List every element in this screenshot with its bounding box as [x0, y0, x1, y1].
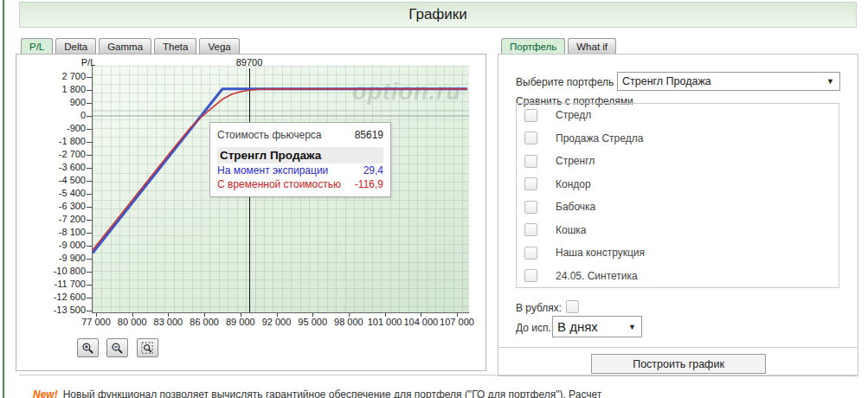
- chart-tabs: P/LDeltaGammaThetaVega: [21, 38, 242, 55]
- compare-row: Стредл: [517, 104, 839, 126]
- zoom-toolbar: [77, 338, 163, 357]
- chevron-down-icon: ▼: [628, 323, 636, 331]
- plot-area[interactable]: option.ru Стоимость фьючерса 85619 Стрен…: [92, 66, 469, 313]
- tooltip-timevalue-row: С временной стоимостью -116,9: [217, 177, 383, 191]
- until-select[interactable]: В днях ▼: [552, 316, 642, 337]
- rubles-label: В рублях:: [516, 302, 562, 314]
- tooltip-futures-label: Стоимость фьючерса: [217, 128, 322, 142]
- y-axis-tick: -8 100: [16, 227, 86, 237]
- x-tick-mark: [421, 313, 421, 317]
- portfolio-tab[interactable]: What if: [568, 38, 616, 54]
- y-axis-tick: -2 700: [16, 149, 86, 159]
- compare-portfolio-label: Стредл: [556, 109, 591, 121]
- chart-tab[interactable]: Delta: [55, 38, 96, 54]
- x-axis-tick: 107 000: [431, 317, 483, 327]
- y-axis-tick: 1 800: [16, 84, 86, 94]
- compare-checkbox[interactable]: [524, 223, 537, 236]
- compare-row: Наша конструкция: [517, 241, 839, 264]
- compare-row: 24.05. Синтетика: [517, 265, 839, 287]
- portfolio-select[interactable]: Стренгл Продажа ▼: [617, 72, 840, 91]
- tooltip-futures-value: 85619: [355, 128, 383, 142]
- build-chart-button[interactable]: Построить график: [591, 354, 766, 374]
- compare-portfolio-label: 24.05. Синтетика: [556, 270, 638, 282]
- until-label: До исп.:: [516, 322, 554, 334]
- zoom-in-icon: [81, 342, 94, 355]
- page-left-accent: [3, 0, 4, 398]
- y-axis-tick: -3 600: [16, 162, 86, 172]
- portfolio-select-value: Стренгл Продажа: [622, 75, 711, 87]
- zoom-selection-icon: [141, 342, 154, 355]
- compare-row: Кондор: [517, 173, 839, 196]
- chevron-down-icon: ▼: [826, 77, 834, 86]
- compare-listbox: СтредлПродажа СтредлаСтренглКондорБабочк…: [516, 103, 839, 288]
- chart-tab[interactable]: P/L: [21, 38, 53, 54]
- y-axis-tick: -9 000: [16, 240, 86, 250]
- compare-checkbox[interactable]: [524, 155, 537, 168]
- tooltip-expiration-label: На момент экспирации: [217, 164, 328, 177]
- page-title: Графики: [408, 6, 467, 22]
- compare-portfolio-label: Бабочка: [556, 201, 595, 213]
- compare-row: Бабочка: [517, 196, 839, 218]
- y-axis-tick: -1 800: [16, 136, 86, 146]
- x-tick-mark: [349, 313, 350, 317]
- x-tick-mark: [385, 313, 386, 317]
- compare-portfolio-label: Наша конструкция: [556, 247, 645, 259]
- compare-portfolio-label: Стренгл: [556, 155, 595, 167]
- compare-portfolio-label: Кондор: [556, 178, 591, 190]
- y-axis-tick: -10 800: [16, 266, 86, 276]
- y-axis-tick: -11 700: [16, 279, 86, 289]
- zoom-selection-button[interactable]: [137, 338, 158, 357]
- compare-checkbox[interactable]: [524, 177, 537, 190]
- tooltip-expiration-row: На момент экспирации 29,4: [217, 164, 383, 177]
- compare-checkbox[interactable]: [524, 201, 537, 214]
- x-tick-mark: [241, 313, 241, 317]
- compare-row: Кошка: [517, 219, 839, 241]
- zoom-out-button[interactable]: [106, 338, 128, 357]
- x-tick-mark: [132, 313, 133, 317]
- compare-checkbox[interactable]: [524, 132, 537, 144]
- y-axis-tick: 900: [16, 97, 86, 107]
- y-axis-tick: -12 600: [16, 292, 86, 302]
- chart-tab[interactable]: Theta: [154, 38, 196, 54]
- x-tick-mark: [204, 313, 205, 317]
- tooltip-timevalue-label: С временной стоимостью: [217, 177, 341, 191]
- compare-checkbox[interactable]: [524, 269, 537, 282]
- bottom-separator: [19, 375, 857, 376]
- compare-portfolio-label: Продажа Стредла: [556, 132, 643, 144]
- chart-tooltip: Стоимость фьючерса 85619 Стренгл Продажа…: [209, 122, 391, 197]
- portfolio-tabs: ПортфельWhat if: [501, 38, 619, 55]
- compare-portfolio-label: Кошка: [556, 224, 586, 236]
- panel-separator: [498, 347, 858, 348]
- y-axis-tick: 0: [16, 110, 86, 120]
- until-select-value: В днях: [557, 319, 598, 334]
- new-badge: New!: [33, 388, 58, 398]
- compare-checkbox[interactable]: [524, 247, 537, 260]
- zoom-in-button[interactable]: [77, 338, 99, 357]
- portfolio-panel: Выберите портфель Стренгл Продажа ▼ Срав…: [498, 54, 858, 376]
- tooltip-expiration-value: 29,4: [363, 164, 383, 177]
- portfolio-tab[interactable]: Портфель: [501, 38, 565, 54]
- x-tick-mark: [96, 313, 97, 317]
- page-header: Графики: [19, 2, 857, 28]
- footer-text: Новый функционал позволяет вычислять гар…: [63, 388, 602, 398]
- x-tick-mark: [457, 313, 458, 317]
- y-axis-tick: -900: [16, 123, 86, 133]
- compare-checkbox[interactable]: [524, 109, 537, 122]
- rubles-checkbox[interactable]: [566, 300, 579, 313]
- chart-tab[interactable]: Vega: [199, 38, 239, 54]
- compare-row: Стренгл: [517, 150, 839, 172]
- footer-note: New!Новый функционал позволяет вычислять…: [33, 388, 601, 398]
- tooltip-timevalue-value: -116,9: [355, 177, 383, 191]
- x-tick-mark: [168, 313, 169, 317]
- chart-tab[interactable]: Gamma: [99, 38, 151, 54]
- y-axis-tick: -9 900: [16, 253, 86, 263]
- zoom-out-icon: [111, 342, 124, 355]
- y-axis-tick: -4 500: [16, 175, 86, 185]
- y-axis-tick: 2 700: [16, 71, 86, 81]
- chart-panel: P/L 89700 2 7001 8009000-900-1 800-2 700…: [16, 54, 486, 371]
- y-axis-tick: -13 500: [16, 305, 86, 315]
- y-axis-tick: -6 300: [16, 201, 86, 211]
- compare-row: Продажа Стредла: [517, 127, 839, 150]
- x-tick-mark: [277, 313, 278, 317]
- y-axis-tick: -5 400: [16, 188, 86, 198]
